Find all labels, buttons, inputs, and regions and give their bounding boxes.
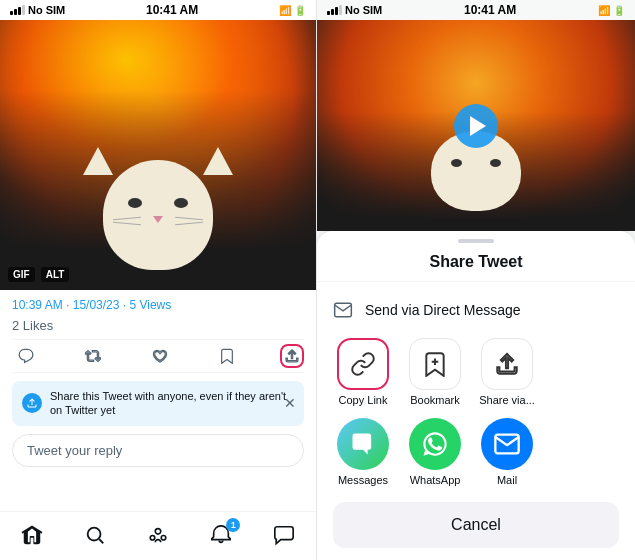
messages-button[interactable]: Messages [333,418,393,486]
messages-icon [273,524,295,546]
share-icon [284,348,300,364]
image-badges: GIF ALT [8,267,69,282]
image-bg [0,20,316,290]
share-via-icon [494,351,520,377]
svg-point-3 [161,535,166,540]
battery-icon-right: 🔋 [613,5,625,16]
mail-label: Mail [497,474,517,486]
whisker-left-2 [113,222,141,225]
tweet-image: GIF ALT [0,20,316,290]
time-label: 10:41 AM [146,3,198,17]
reply-button[interactable] [12,344,40,368]
reply-icon [18,348,34,364]
battery-icon: 🔋 [294,5,306,16]
cat-eye-left [128,198,142,208]
nav-search[interactable] [76,520,114,550]
copy-link-button[interactable]: Copy Link [333,338,393,406]
whisker-left-1 [113,217,141,220]
views-label: 5 Views [129,298,171,312]
cancel-button[interactable]: Cancel [333,502,619,548]
bookmark-share-circle [409,338,461,390]
whatsapp-button[interactable]: WhatsApp [405,418,465,486]
signal-icon [10,5,25,15]
share-sheet: Share Tweet Send via Direct Message Copy [317,231,635,560]
copy-link-circle [337,338,389,390]
direct-message-row[interactable]: Send via Direct Message [317,290,635,330]
wifi-icon: 📶 [279,5,291,16]
heart-icon [152,348,168,364]
copy-link-label: Copy Link [339,394,388,406]
share-banner: Share this Tweet with anyone, even if th… [12,381,304,426]
nav-home[interactable] [13,520,51,550]
bookmark-share-label: Bookmark [410,394,460,406]
cat-ear-right [203,147,233,175]
retweet-icon [85,348,101,364]
svg-point-1 [155,529,161,535]
social-icons-row: Messages WhatsApp [317,414,635,494]
reply-placeholder: Tweet your reply [27,443,122,458]
gif-badge: GIF [8,267,35,282]
tweet-actions [12,339,304,373]
mail-circle [481,418,533,470]
mail-app-icon [493,430,521,458]
preview-eyes [451,159,501,167]
sheet-title: Share Tweet [317,247,635,281]
nav-notifications[interactable]: 1 [202,520,240,550]
preview-image [317,20,635,231]
play-button[interactable] [454,104,498,148]
left-panel: No SIM 10:41 AM 📶 🔋 [0,0,317,560]
cat-eye-right [174,198,188,208]
retweet-button[interactable] [79,344,107,368]
svg-point-0 [87,528,100,541]
home-icon [21,524,43,546]
nav-communities[interactable] [139,520,177,550]
tweet-meta: 10:39 AM · 15/03/23 · 5 Views [12,298,304,312]
dm-label: Send via Direct Message [365,302,521,318]
preview-eye-r [490,159,501,167]
cat-nose [153,216,163,223]
messages-app-icon [349,430,377,458]
link-icon [350,351,376,377]
preview-eye-l [451,159,462,167]
sheet-divider [317,281,635,282]
bottom-nav: 1 [0,511,316,560]
messages-circle [337,418,389,470]
right-panel: No SIM 10:41 AM 📶 🔋 [317,0,635,560]
like-button[interactable] [146,344,174,368]
cancel-label: Cancel [451,516,501,533]
whatsapp-icon [421,430,449,458]
battery-area: 📶 🔋 [279,5,306,16]
bookmark-share-button[interactable]: Bookmark [405,338,465,406]
wifi-icon-right: 📶 [598,5,610,16]
communities-icon [147,524,169,546]
share-via-button[interactable]: Share via... [477,338,537,406]
carrier-area-right: No SIM [327,4,382,16]
bookmark-icon [219,348,235,364]
nav-messages[interactable] [265,520,303,550]
share-button[interactable] [280,344,304,368]
share-banner-text: Share this Tweet with anyone, even if th… [50,389,294,418]
close-banner-button[interactable]: ✕ [284,395,296,411]
reply-input[interactable]: Tweet your reply [12,434,304,467]
share-via-circle [481,338,533,390]
cat-head [103,160,213,270]
cat-ear-left [83,147,113,175]
upload-icon [26,397,38,409]
status-bar-right: No SIM 10:41 AM 📶 🔋 [317,0,635,20]
alt-badge: ALT [41,267,70,282]
carrier-label: No SIM [28,4,65,16]
bookmark-button[interactable] [213,344,241,368]
dm-icon [333,300,353,320]
carrier-area: No SIM [10,4,65,16]
mail-share-button[interactable]: Mail [477,418,537,486]
tweet-preview [317,20,635,231]
time-right: 10:41 AM [464,3,516,17]
whatsapp-label: WhatsApp [410,474,461,486]
play-icon [470,116,486,136]
bookmark-share-icon [422,351,448,377]
share-banner-icon [22,393,42,413]
battery-area-right: 📶 🔋 [598,5,625,16]
sheet-handle [458,239,494,243]
svg-point-2 [150,535,155,540]
search-icon [84,524,106,546]
